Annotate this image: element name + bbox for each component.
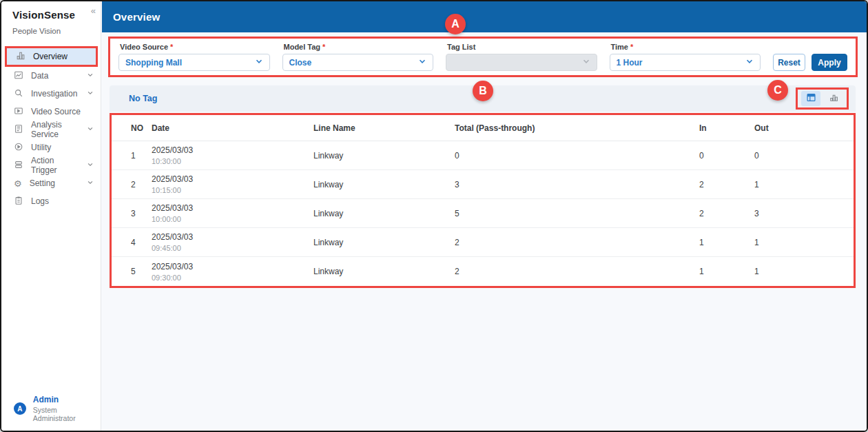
table-row[interactable]: 1 2025/03/0310:30:00 Linkway 0 0 0 — [112, 141, 854, 170]
time-label: Time* — [611, 43, 761, 51]
results-table: NO Date Line Name Total (Pass-through) I… — [110, 113, 856, 288]
play-circle-icon — [14, 142, 23, 154]
col-line-name: Line Name — [313, 123, 455, 133]
chart-view-button[interactable] — [824, 91, 843, 106]
app-title: VisionSense — [12, 9, 91, 21]
tag-group-label: No Tag — [129, 94, 157, 103]
data-chart-icon — [14, 70, 23, 82]
sidebar-item-label: Action Trigger — [31, 156, 79, 175]
cell-in: 0 — [699, 151, 754, 161]
sidebar-header: VisionSense People Vision « — [1, 1, 101, 35]
sidebar-nav: Overview Data Investigation Video Source… — [1, 46, 101, 210]
user-profile[interactable]: A Admin System Administrator — [1, 395, 101, 422]
model-tag-select[interactable]: Close — [282, 54, 434, 71]
cell-no: 2 — [131, 180, 152, 189]
video-source-field: Video Source* Shopping Mall — [118, 41, 270, 71]
cell-line: Linkway — [313, 151, 455, 161]
filter-bar: Video Source* Shopping Mall Model Tag* C… — [108, 37, 858, 77]
table-row[interactable]: 4 2025/03/0309:45:00 Linkway 2 1 1 — [112, 228, 854, 257]
video-source-label: Video Source* — [120, 43, 270, 51]
document-icon — [14, 124, 23, 136]
sidebar-item-label: Data — [31, 71, 48, 81]
bar-chart-icon — [829, 92, 839, 105]
chevron-down-icon — [87, 125, 94, 134]
col-out: Out — [754, 123, 854, 133]
chevron-down-icon — [87, 161, 94, 170]
chevron-down-icon — [418, 57, 426, 68]
reset-button[interactable]: Reset — [773, 54, 805, 71]
tag-list-label: Tag List — [447, 43, 597, 51]
sidebar-item-investigation[interactable]: Investigation — [1, 85, 101, 103]
col-no: NO — [131, 123, 152, 133]
cell-out: 1 — [754, 238, 854, 247]
cell-out: 3 — [754, 209, 854, 218]
model-tag-label: Model Tag* — [284, 43, 434, 51]
annotation-badge-c: C — [767, 80, 788, 101]
cell-line: Linkway — [313, 267, 455, 276]
cell-date: 2025/03/0309:45:00 — [152, 232, 313, 252]
sidebar-item-action-trigger[interactable]: Action Trigger — [1, 156, 101, 174]
cell-date: 2025/03/0310:00:00 — [152, 203, 313, 223]
sidebar-item-data[interactable]: Data — [1, 67, 101, 85]
main-content: Overview Video Source* Shopping Mall Mod… — [102, 1, 867, 431]
bar-chart-icon — [16, 51, 25, 63]
required-marker: * — [630, 43, 633, 51]
avatar: A — [14, 402, 26, 415]
time-select[interactable]: 1 Hour — [610, 54, 761, 71]
cell-date: 2025/03/0310:30:00 — [152, 145, 313, 165]
app-subtitle: People Vision — [12, 27, 91, 35]
col-total: Total (Pass-through) — [455, 123, 699, 133]
cell-out: 1 — [754, 180, 854, 189]
chevron-down-icon — [87, 178, 94, 188]
chevron-down-icon — [582, 57, 590, 68]
sidebar-item-setting[interactable]: ⚙ Setting — [1, 174, 101, 192]
sidebar-item-label: Setting — [30, 178, 55, 188]
sidebar-item-analysis-service[interactable]: Analysis Service — [1, 121, 101, 138]
sidebar-item-label: Analysis Service — [31, 120, 79, 139]
view-toggle-group — [796, 88, 849, 110]
cell-total: 2 — [455, 267, 699, 276]
cell-in: 2 — [699, 209, 754, 218]
table-row[interactable]: 2 2025/03/0310:15:00 Linkway 3 2 1 — [112, 170, 854, 199]
video-source-select[interactable]: Shopping Mall — [118, 54, 270, 71]
cell-in: 1 — [699, 238, 754, 247]
model-tag-field: Model Tag* Close — [282, 41, 434, 71]
sidebar-item-label: Overview — [33, 52, 68, 61]
user-name: Admin — [33, 395, 101, 404]
table-row[interactable]: 5 2025/03/0309:30:00 Linkway 2 1 1 — [112, 257, 854, 286]
sidebar-item-label: Utility — [31, 143, 51, 152]
cell-total: 5 — [455, 209, 699, 218]
app-window: VisionSense People Vision « Overview Dat… — [0, 0, 868, 432]
cell-total: 0 — [455, 151, 699, 161]
required-marker: * — [170, 43, 173, 51]
tag-list-field: Tag List — [446, 41, 597, 71]
sidebar-item-video-source[interactable]: Video Source — [1, 103, 101, 121]
time-field: Time* 1 Hour — [610, 41, 761, 71]
table-view-icon — [806, 92, 816, 105]
cell-out: 1 — [754, 267, 854, 276]
cell-no: 1 — [131, 151, 152, 161]
cell-date: 2025/03/0309:30:00 — [152, 262, 313, 282]
table-view-button[interactable] — [801, 91, 820, 106]
cell-line: Linkway — [313, 180, 455, 189]
sidebar-item-utility[interactable]: Utility — [1, 138, 101, 156]
cell-total: 3 — [455, 180, 699, 189]
chevron-down-icon — [745, 57, 754, 68]
sidebar-item-overview[interactable]: Overview — [5, 46, 98, 67]
user-role: System Administrator — [33, 406, 101, 422]
chevron-down-icon — [87, 89, 94, 99]
chevron-down-icon — [255, 57, 263, 68]
sidebar-collapse-icon[interactable]: « — [91, 6, 96, 16]
apply-button[interactable]: Apply — [812, 54, 847, 71]
tag-list-select — [446, 54, 597, 71]
table-row[interactable]: 3 2025/03/0310:00:00 Linkway 5 2 3 — [112, 199, 854, 228]
cell-in: 1 — [699, 267, 754, 276]
cell-line: Linkway — [313, 238, 455, 247]
table-header-row: NO Date Line Name Total (Pass-through) I… — [112, 115, 854, 141]
sidebar-item-label: Video Source — [31, 107, 81, 116]
sidebar-item-logs[interactable]: Logs — [1, 192, 101, 210]
col-date: Date — [152, 123, 313, 133]
page-header: Overview — [102, 1, 867, 32]
filter-actions: Reset Apply — [773, 54, 847, 71]
sidebar-item-label: Logs — [31, 196, 49, 206]
